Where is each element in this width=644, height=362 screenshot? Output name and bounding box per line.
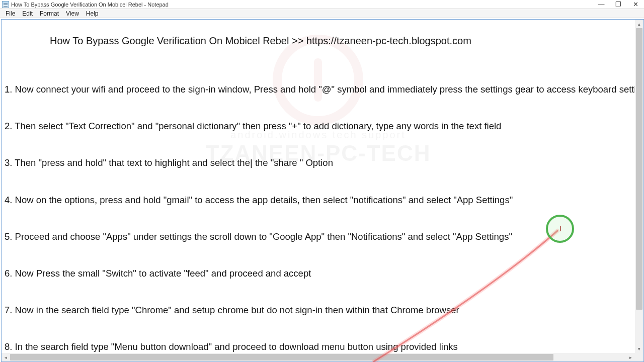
client-area: android.windows tech support TZANEEN-PC-… <box>0 18 644 362</box>
scroll-right-icon[interactable]: ▸ <box>626 353 635 361</box>
menu-format[interactable]: Format <box>36 10 62 17</box>
menu-edit[interactable]: Edit <box>19 10 36 17</box>
horizontal-scroll-thumb[interactable] <box>10 354 553 360</box>
document-line: 5. Proceed and choose "Apps" under setti… <box>5 231 512 242</box>
horizontal-scrollbar[interactable]: ◂ ▸ <box>2 353 635 361</box>
text-editor[interactable]: How To Bypass Google Verification On Mob… <box>2 20 635 353</box>
document-line: 6. Now Press the small "Switch" to activ… <box>5 268 311 279</box>
window-controls: — ❐ ✕ <box>593 0 644 9</box>
editor-frame: android.windows tech support TZANEEN-PC-… <box>1 19 644 362</box>
maximize-button[interactable]: ❐ <box>610 0 627 9</box>
scroll-up-icon[interactable]: ▴ <box>635 20 643 28</box>
document-line: 1. Now connect your wifi and proceed to … <box>5 84 635 95</box>
scrollbar-corner <box>635 353 643 361</box>
menu-file[interactable]: File <box>2 10 19 17</box>
document-heading: How To Bypass Google Verification On Mob… <box>50 35 471 47</box>
document-content: How To Bypass Google Verification On Mob… <box>2 20 635 353</box>
document-line: 8. In the search field type "Menu button… <box>5 341 458 352</box>
scroll-left-icon[interactable]: ◂ <box>2 353 10 361</box>
document-line: 2. Then select "Text Correction" and "pe… <box>5 121 501 132</box>
close-button[interactable]: ✕ <box>627 0 644 9</box>
menu-bar: File Edit Format View Help <box>0 9 644 18</box>
document-line: 4. Now on the options, press and hold "g… <box>5 195 513 206</box>
menu-view[interactable]: View <box>62 10 83 17</box>
vertical-scroll-thumb[interactable] <box>636 28 642 310</box>
document-line: 7. Now in the search field type "Chrome"… <box>5 305 459 316</box>
scroll-down-icon[interactable]: ▾ <box>635 344 643 353</box>
notepad-icon <box>2 1 9 8</box>
window-title: How To Bypass Google Verification On Mob… <box>11 2 593 8</box>
title-bar: How To Bypass Google Verification On Mob… <box>0 0 644 9</box>
minimize-button[interactable]: — <box>593 0 610 9</box>
vertical-scrollbar[interactable]: ▴ ▾ <box>635 20 643 353</box>
document-line: 3. Then "press and hold" that text to hi… <box>5 157 333 168</box>
menu-help[interactable]: Help <box>83 10 102 17</box>
